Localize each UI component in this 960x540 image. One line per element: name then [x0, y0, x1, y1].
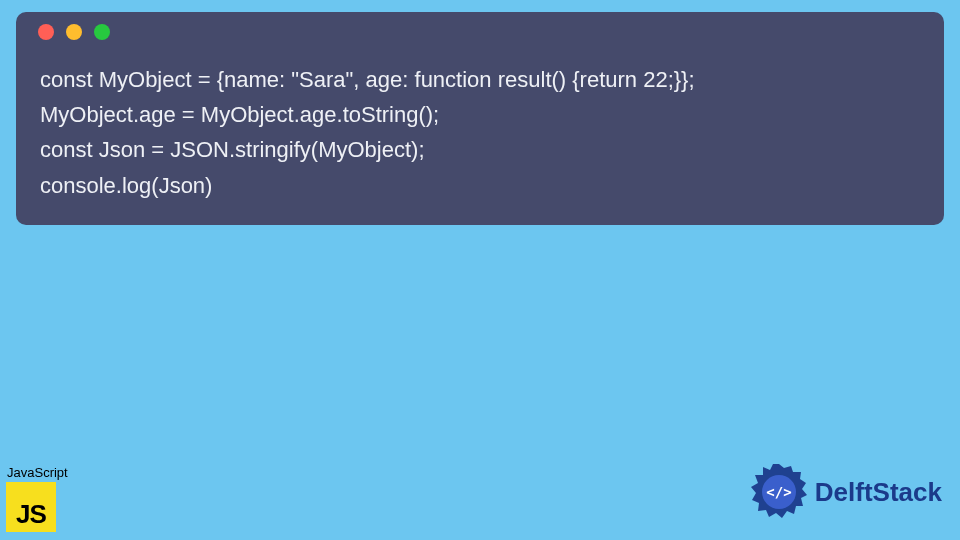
javascript-badge: JavaScript JS: [6, 465, 68, 532]
javascript-icon: JS: [6, 482, 56, 532]
code-line: MyObject.age = MyObject.age.toString();: [40, 97, 920, 132]
javascript-icon-text: JS: [16, 499, 46, 532]
close-icon: [38, 24, 54, 40]
delftstack-logo: </> DelftStack: [749, 462, 942, 522]
maximize-icon: [94, 24, 110, 40]
window-titlebar: [16, 12, 944, 52]
code-line: const Json = JSON.stringify(MyObject);: [40, 132, 920, 167]
code-line: const MyObject = {name: "Sara", age: fun…: [40, 62, 920, 97]
code-line: console.log(Json): [40, 168, 920, 203]
javascript-label: JavaScript: [7, 465, 68, 480]
minimize-icon: [66, 24, 82, 40]
delftstack-label: DelftStack: [815, 477, 942, 508]
svg-text:</>: </>: [766, 484, 791, 500]
delftstack-gear-icon: </>: [749, 462, 809, 522]
code-content: const MyObject = {name: "Sara", age: fun…: [16, 52, 944, 225]
code-block: const MyObject = {name: "Sara", age: fun…: [16, 12, 944, 225]
